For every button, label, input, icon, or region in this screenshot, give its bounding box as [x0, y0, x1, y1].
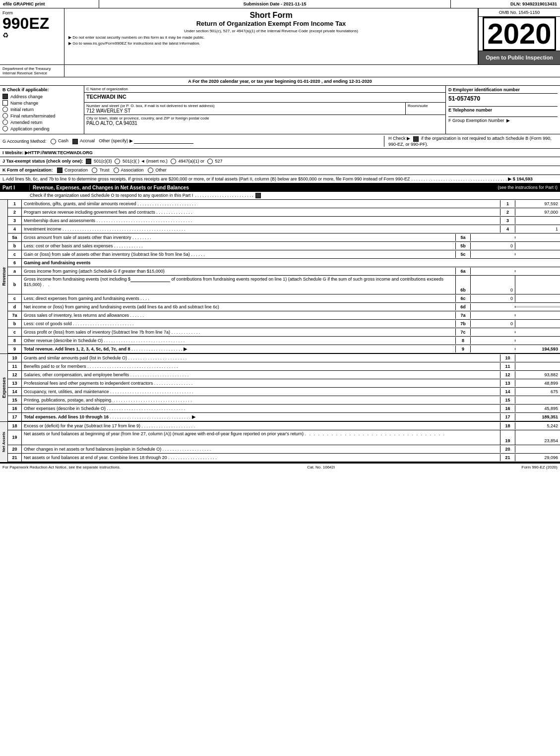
line-ref-4: 4 — [500, 226, 515, 233]
cb-501c[interactable]: 501(c)( ) ◄ (insert no.) — [115, 159, 167, 164]
line-desc-3: Membership dues and assessments . . . . … — [22, 217, 500, 224]
line-desc-9: Total revenue. Add lines 1, 2, 3, 4, 5c,… — [22, 346, 456, 352]
line-amt-21: 29,096 — [515, 454, 560, 461]
line-amt-12: 93,882 — [515, 371, 560, 378]
cb-amended-return[interactable]: Amended return — [2, 119, 81, 125]
b-label: B Check if applicable: — [2, 87, 81, 92]
line-amt-4: 1 — [515, 226, 560, 233]
line-desc-10: Grants and similar amounts paid (list in… — [22, 354, 500, 361]
cb-app-pending[interactable]: Application pending — [2, 126, 81, 131]
line-ref-7b: 7b — [456, 320, 471, 327]
city-label: City or town, state or province, country… — [86, 116, 443, 120]
cb-address-change-box — [2, 94, 8, 99]
line-desc-6d: Net income or (loss) from gaming and fun… — [22, 303, 456, 310]
line-ref-6b: 6b — [456, 276, 471, 294]
cb-corporation[interactable]: Corporation — [57, 168, 88, 173]
cb-name-change[interactable]: Name change — [2, 100, 81, 106]
cb-app-pending-box — [2, 126, 8, 131]
line-sub-9 — [471, 348, 515, 350]
line-amt-10 — [515, 357, 560, 359]
cb-corp-box — [57, 168, 62, 173]
line-sub-7a — [471, 314, 515, 316]
line-desc-8: Other revenue (describe in Schedule O) .… — [22, 337, 456, 344]
line-num-14: 14 — [8, 388, 22, 396]
line-ref-12: 12 — [500, 371, 515, 378]
line-sub-5a — [471, 236, 515, 238]
line-num-6b: b — [8, 276, 22, 294]
line-desc-7a: Gross sales of inventory, less returns a… — [22, 312, 456, 319]
cb-trust[interactable]: Trust — [92, 168, 110, 173]
line-num-5b: b — [8, 242, 22, 250]
k-row: K Form of organization: Corporation Trus… — [0, 166, 560, 175]
line-ref-3: 3 — [500, 217, 515, 224]
line-amt-17: 189,351 — [515, 413, 560, 420]
line-num-17: 17 — [8, 413, 22, 421]
line-desc-12: Salaries, other compensation, and employ… — [22, 371, 500, 378]
cb-other[interactable]: Other — [148, 168, 167, 173]
line-num-8: 8 — [8, 337, 22, 345]
cb-501c3[interactable]: 501(c)(3) — [86, 159, 112, 164]
line-amt-6a — [515, 270, 560, 272]
line-amt-14: 675 — [515, 388, 560, 395]
tax-year-row: A For the 2020 calendar year, or tax yea… — [0, 77, 560, 86]
go-to: ▶ Go to www.irs.gov/Form990EZ for instru… — [68, 41, 474, 46]
line-amt-3 — [515, 220, 560, 222]
footer-row: For Paperwork Reduction Act Notice, see … — [0, 463, 560, 471]
line-amt-1: 97,592 — [515, 200, 560, 207]
line-num-5a: 5a — [8, 233, 22, 241]
line-sub-6b: 0 — [471, 276, 515, 294]
revenue-label: Revenue — [1, 267, 6, 286]
line-amt-13: 48,899 — [515, 380, 560, 387]
omb-number: OMB No. 1545-1150 — [479, 8, 560, 17]
line-amt-18: 5,242 — [515, 422, 560, 429]
part1-header: Part I Revenue, Expenses, and Changes in… — [0, 184, 560, 192]
line-desc-16: Other expenses (describe in Schedule O) … — [22, 405, 500, 412]
g-label: G Accounting Method: — [2, 139, 47, 144]
line-num-1: 1 — [8, 200, 22, 208]
org-name-value: TECHWADI INC — [84, 93, 445, 103]
cb-trust-box — [92, 168, 97, 173]
cb-final-return[interactable]: Final return/terminated — [2, 113, 81, 118]
line-desc-18: Excess or (deficit) for the year (Subtra… — [22, 422, 500, 429]
line-sub-7c — [471, 331, 515, 333]
footer-left: For Paperwork Reduction Act Notice, see … — [2, 465, 121, 469]
line-num-9: 9 — [8, 345, 22, 353]
line-desc-6c: Less: direct expenses from gaming and fu… — [22, 295, 456, 302]
line-num-20: 20 — [8, 445, 22, 453]
line-amt-15 — [515, 399, 560, 401]
line-num-16: 16 — [8, 405, 22, 412]
cb-4947[interactable]: 4947(a)(1) or — [171, 159, 204, 164]
line-num-7b: b — [8, 320, 22, 328]
cb-501c3-box — [86, 159, 91, 164]
cb-cash[interactable]: Cash — [51, 138, 69, 144]
line-desc-4: Investment income . . . . . . . . . . . … — [22, 226, 500, 233]
return-title: Return of Organization Exempt From Incom… — [68, 20, 474, 27]
cash-radio — [51, 139, 56, 144]
page: efile GRAPHIC print Submission Date - 20… — [0, 0, 560, 471]
expenses-label: Expenses — [1, 377, 6, 398]
cb-address-change[interactable]: Address change — [2, 94, 81, 99]
line-ref-2: 2 — [500, 209, 515, 216]
line-desc-21: Net assets or fund balances at end of ye… — [22, 454, 500, 461]
line-desc-2: Program service revenue including govern… — [22, 209, 500, 216]
line-desc-5a: Gross amount from sale of assets other t… — [22, 234, 456, 241]
line-desc-5c: Gain or (loss) from sale of assets other… — [22, 251, 456, 258]
line-desc-20: Other changes in net assets or fund bala… — [22, 446, 500, 453]
line-ref-5b: 5b — [456, 242, 471, 249]
cb-accrual[interactable]: Accrual — [72, 138, 95, 144]
line-amt-5a — [515, 236, 560, 238]
l-row: L Add lines 5b, 6c, and 7b to line 9 to … — [0, 175, 560, 184]
open-to-public: Open to Public Inspection — [479, 51, 560, 64]
line-desc-15: Printing, publications, postage, and shi… — [22, 397, 500, 404]
line-ref-14: 14 — [500, 388, 515, 395]
schedule-o-checkbox — [255, 193, 261, 198]
cb-final-return-box — [2, 113, 8, 118]
line-num-6d: d — [8, 303, 22, 311]
line-desc-6a: Gross income from gaming (attach Schedul… — [22, 268, 456, 275]
line-ref-1: 1 — [500, 200, 515, 207]
cb-527[interactable]: 527 — [207, 159, 223, 164]
cb-association[interactable]: Association — [114, 168, 144, 173]
line-ref-18: 18 — [500, 422, 515, 429]
cb-initial-return[interactable]: Initial return — [2, 107, 81, 112]
line-desc-1: Contributions, gifts, grants, and simila… — [22, 200, 500, 207]
